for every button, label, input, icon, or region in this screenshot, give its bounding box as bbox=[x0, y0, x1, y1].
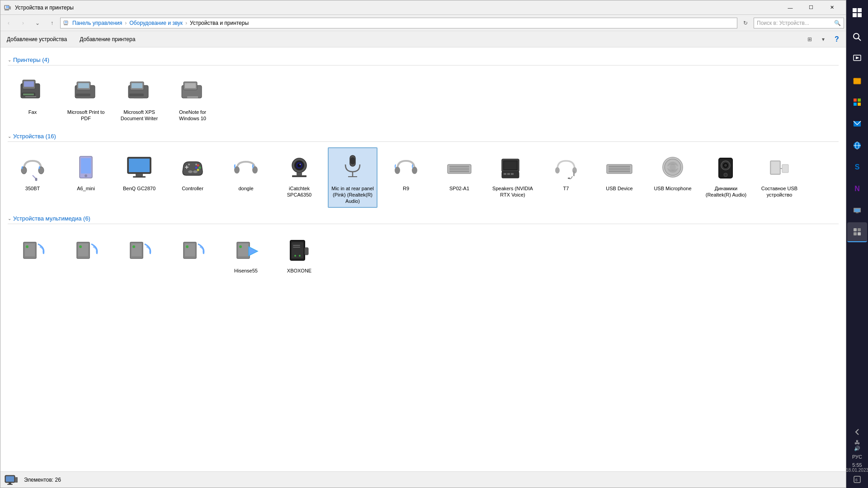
dropdown-button[interactable]: ⌄ bbox=[31, 17, 44, 29]
svg-rect-149 bbox=[858, 228, 861, 231]
device-usb-composite[interactable]: Составное USB устройство bbox=[755, 147, 804, 208]
monitor-icon bbox=[123, 151, 156, 183]
svg-rect-79 bbox=[573, 171, 575, 176]
media-button[interactable] bbox=[847, 49, 867, 69]
device-mic-rear[interactable]: Mic in at rear panel (Pink) (Realtek(R) … bbox=[328, 147, 377, 208]
device-benq[interactable]: BenQ GC2870 bbox=[114, 147, 164, 208]
350bt-label: 350BT bbox=[25, 185, 40, 192]
svg-rect-22 bbox=[134, 98, 143, 99]
svg-marker-134 bbox=[856, 56, 859, 59]
address-icon bbox=[63, 19, 71, 27]
device-onenote[interactable]: OneNote for Windows 10 bbox=[168, 71, 217, 126]
usb-device-label: USB Device bbox=[606, 185, 632, 192]
device-icatchtek[interactable]: iCatchtek SPCA6350 bbox=[274, 147, 324, 208]
device-t7[interactable]: T7 bbox=[541, 147, 591, 208]
onenote-label: OneNote for Windows 10 bbox=[171, 109, 214, 122]
files-button[interactable] bbox=[847, 70, 867, 90]
svg-rect-138 bbox=[858, 99, 861, 102]
multimedia-item-2[interactable] bbox=[61, 230, 111, 277]
store-button[interactable] bbox=[847, 92, 867, 112]
device-sp02a1[interactable]: SP02-A1 bbox=[434, 147, 484, 208]
globe-button[interactable] bbox=[847, 136, 867, 155]
svg-rect-25 bbox=[185, 83, 196, 88]
device-r9[interactable]: R9 bbox=[381, 147, 431, 208]
multimedia-item-6[interactable]: XBOXONE bbox=[274, 230, 324, 277]
sp02a1-label: SP02-A1 bbox=[449, 185, 469, 192]
usb-device-icon bbox=[603, 151, 636, 183]
media5-icon bbox=[230, 233, 262, 266]
add-printer-button[interactable]: Добавление принтера bbox=[77, 34, 138, 44]
minimize-button[interactable]: — bbox=[780, 0, 801, 15]
multimedia-label: Устройства мультимедиа (6) bbox=[13, 215, 90, 222]
svg-point-93 bbox=[724, 164, 727, 167]
start-button[interactable] bbox=[847, 3, 867, 23]
refresh-button[interactable]: ↻ bbox=[739, 17, 752, 29]
multimedia-item-4[interactable] bbox=[168, 230, 217, 277]
add-device-button[interactable]: Добавление устройства bbox=[4, 34, 70, 44]
device-dongle[interactable]: dongle bbox=[221, 147, 271, 208]
svg-point-48 bbox=[188, 164, 190, 165]
search-taskbar-button[interactable] bbox=[847, 27, 867, 47]
address-bar[interactable]: Панель управления › Оборудование и звук … bbox=[60, 18, 737, 28]
skype-button[interactable]: S bbox=[847, 157, 867, 177]
mic-rear-icon bbox=[336, 151, 369, 183]
breadcrumb-control-panel[interactable]: Панель управления bbox=[72, 20, 122, 26]
device-usb-mic[interactable]: USB Microphone bbox=[648, 147, 698, 208]
a6mini-label: A6_mini bbox=[77, 185, 95, 192]
print-pdf-label: Microsoft Print to PDF bbox=[65, 109, 107, 122]
help-button[interactable]: ? bbox=[831, 34, 842, 45]
headset-icon bbox=[16, 151, 49, 183]
multimedia-item-1[interactable] bbox=[8, 230, 57, 277]
svg-rect-137 bbox=[854, 99, 857, 102]
device-speakers-realtek[interactable]: Динамики (Realtek(R) Audio) bbox=[701, 147, 751, 208]
view-dropdown-button[interactable]: ▾ bbox=[818, 34, 829, 45]
svg-rect-37 bbox=[129, 159, 150, 172]
svg-rect-67 bbox=[449, 168, 469, 169]
xps-icon bbox=[123, 75, 156, 107]
view-options-button[interactable]: ⊞ bbox=[804, 34, 815, 45]
up-button[interactable]: ↑ bbox=[46, 17, 58, 29]
search-bar[interactable]: Поиск в: Устройств... 🔍 bbox=[754, 18, 844, 28]
device-controller[interactable]: Controller bbox=[168, 147, 217, 208]
nav-bar: ‹ › ⌄ ↑ Панель управления › Оборудование… bbox=[0, 15, 846, 31]
device-350bt[interactable]: 350BT bbox=[8, 147, 57, 208]
device-print-pdf[interactable]: Microsoft Print to PDF bbox=[61, 71, 111, 126]
onenote-taskbar-button[interactable]: N bbox=[847, 179, 867, 199]
svg-rect-12 bbox=[25, 96, 36, 97]
device-usb-device[interactable]: USB Device bbox=[594, 147, 644, 208]
devices-taskbar-button[interactable] bbox=[847, 201, 867, 221]
multimedia-item-3[interactable] bbox=[114, 230, 164, 277]
maximize-button[interactable]: ☐ bbox=[801, 0, 821, 15]
mail-button[interactable] bbox=[847, 114, 867, 134]
benq-label: BenQ GC2870 bbox=[123, 185, 156, 192]
clock[interactable]: 5:55 18.01.2023 bbox=[847, 461, 867, 474]
svg-rect-125 bbox=[7, 484, 13, 485]
svg-rect-21 bbox=[129, 94, 144, 96]
forward-button[interactable]: › bbox=[17, 17, 29, 29]
printers-section-header[interactable]: ⌄ Принтеры (4) bbox=[8, 56, 839, 66]
device-fax[interactable]: Fax bbox=[8, 71, 57, 126]
device-a6mini[interactable]: A6_mini bbox=[61, 147, 111, 208]
status-device-icon bbox=[4, 473, 19, 487]
multimedia-item-5[interactable]: Hisense55 bbox=[221, 230, 271, 277]
speakers-realtek-label: Динамики (Realtek(R) Audio) bbox=[705, 185, 747, 198]
close-button[interactable]: ✕ bbox=[821, 0, 842, 15]
back-button[interactable]: ‹ bbox=[2, 17, 15, 29]
device-speakers-nvidia[interactable]: Speakers (NVIDIA RTX Voice) bbox=[488, 147, 538, 208]
toggle-left-button[interactable] bbox=[847, 427, 867, 437]
svg-rect-82 bbox=[609, 166, 630, 167]
notification-button[interactable]: 6 bbox=[847, 474, 867, 484]
language-indicator[interactable]: РУС bbox=[847, 453, 867, 460]
multimedia-section-header[interactable]: ⌄ Устройства мультимедиа (6) bbox=[8, 215, 839, 224]
svg-rect-96 bbox=[782, 164, 788, 173]
svg-rect-38 bbox=[136, 174, 143, 176]
breadcrumb-hardware[interactable]: Оборудование и звук bbox=[129, 20, 183, 26]
devices-section-header[interactable]: ⌄ Устройства (16) bbox=[8, 133, 839, 142]
fax-icon bbox=[16, 75, 49, 107]
control-panel-taskbar-button[interactable] bbox=[847, 222, 867, 242]
device-xps[interactable]: Microsoft XPS Document Writer bbox=[114, 71, 164, 126]
svg-point-45 bbox=[197, 169, 199, 171]
media6-icon bbox=[283, 233, 316, 266]
svg-rect-103 bbox=[78, 244, 88, 256]
svg-rect-41 bbox=[185, 167, 189, 168]
